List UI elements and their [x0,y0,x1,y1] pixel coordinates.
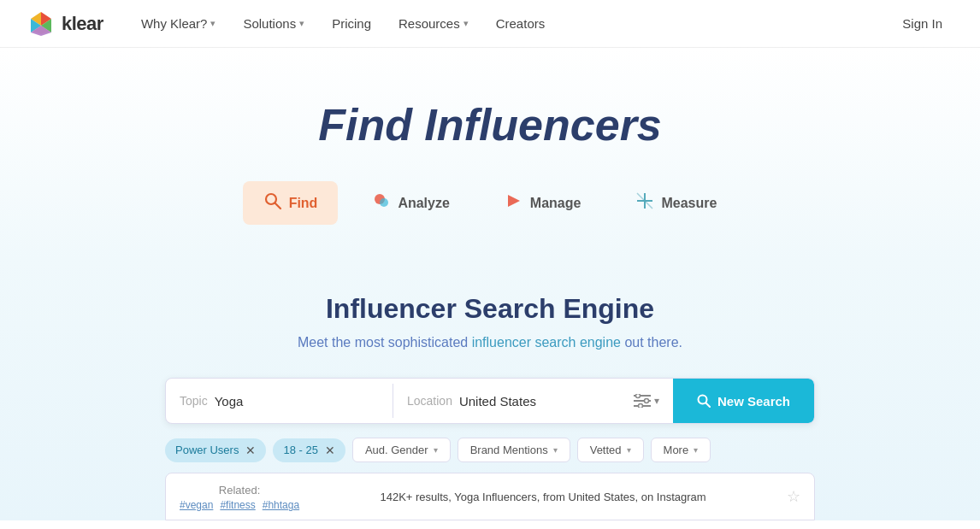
filter-row: Power Users ✕ 18 - 25 ✕ Aud. Gender ▾ Br… [165,438,815,462]
chip-power-users-label: Power Users [175,444,239,456]
highlighted-text: influencer search engine [472,335,621,350]
chip-age-range-remove[interactable]: ✕ [325,444,335,457]
new-search-label: New Search [717,394,790,409]
filter-more-label: More [664,444,689,456]
tab-measure[interactable]: Measure [615,181,737,225]
tab-analyze[interactable]: Analyze [351,181,469,225]
new-search-button[interactable]: New Search [673,379,814,423]
svg-point-9 [380,198,388,207]
filter-brand-mentions-label: Brand Mentions [470,444,548,456]
logo-text: klear [62,13,103,35]
related-tags: #vegan #fitness #hhtaga [180,499,299,511]
tab-find[interactable]: Find [243,181,339,225]
sign-in-link[interactable]: Sign In [892,9,953,38]
filter-brand-mentions[interactable]: Brand Mentions ▾ [458,438,570,462]
nav-links: Why Klear? ▾ Solutions ▾ Pricing Resourc… [131,9,892,38]
chevron-down-icon: ▾ [694,445,698,455]
hero-section: Find Influencers Find Analyze [0,48,980,259]
chevron-down-icon: ▾ [553,445,558,455]
related-tag-fitness[interactable]: #fitness [220,499,255,511]
klear-logo-icon [27,10,55,38]
chip-power-users[interactable]: Power Users ✕ [165,438,266,462]
svg-line-13 [637,193,645,201]
tab-manage[interactable]: Manage [484,181,602,225]
filter-aud-gender[interactable]: Aud. Gender ▾ [352,438,451,462]
nav-why-klear[interactable]: Why Klear? ▾ [131,9,227,38]
topic-value: Yoga [215,394,244,409]
tab-manage-label: Manage [530,196,582,211]
topic-label: Topic [180,394,208,408]
svg-line-22 [705,403,710,408]
nav-resources[interactable]: Resources ▾ [388,9,479,38]
filter-vetted-label: Vetted [590,444,622,456]
svg-point-18 [635,394,640,398]
chevron-down-icon: ▾ [654,395,659,407]
svg-point-19 [644,399,648,403]
navbar: klear Why Klear? ▾ Solutions ▾ Pricing R… [0,0,980,48]
results-related: Related: #vegan #fitness #hhtaga [180,482,299,511]
related-tag-hashtag[interactable]: #hhtaga [263,499,299,511]
chevron-down-icon: ▾ [299,18,304,29]
results-count: 142K+ results, Yoga Influencers, from Un… [380,491,705,503]
svg-point-20 [638,404,642,409]
chip-power-users-remove[interactable]: ✕ [245,444,256,457]
search-section: Influencer Search Engine Meet the most s… [0,259,980,520]
svg-line-14 [645,201,652,209]
nav-solutions[interactable]: Solutions ▾ [233,9,315,38]
search-icon [697,394,711,408]
nav-pricing[interactable]: Pricing [322,9,381,38]
search-bar: Topic Yoga Location United States ▾ [165,378,815,424]
filter-toggle-button[interactable]: ▾ [620,379,673,423]
manage-icon [505,191,523,215]
bookmark-icon[interactable]: ☆ [787,487,800,506]
chevron-down-icon: ▾ [434,445,438,455]
filter-vetted[interactable]: Vetted ▾ [577,438,644,462]
location-value: United States [459,394,536,409]
analyze-icon [372,191,391,215]
svg-line-7 [275,203,280,209]
logo[interactable]: klear [27,10,103,38]
search-engine-title: Influencer Search Engine [17,293,963,325]
measure-icon [635,191,654,215]
related-label: Related: [219,484,260,497]
find-icon [263,191,282,215]
search-engine-subtitle: Meet the most sophisticated influencer s… [17,335,963,350]
topic-field[interactable]: Topic Yoga [166,379,393,423]
tab-find-label: Find [289,196,318,211]
chip-age-range-label: 18 - 25 [283,444,317,456]
chevron-down-icon: ▾ [463,18,469,29]
tab-measure-label: Measure [661,196,717,211]
filter-aud-gender-label: Aud. Gender [365,444,428,456]
nav-creators[interactable]: Creators [486,9,556,38]
results-row: Related: #vegan #fitness #hhtaga 142K+ r… [165,473,815,520]
tab-analyze-label: Analyze [398,196,449,211]
filter-icon [634,394,651,408]
filter-more[interactable]: More ▾ [651,438,711,462]
chevron-down-icon: ▾ [627,445,631,455]
svg-marker-10 [508,195,520,207]
related-tag-vegan[interactable]: #vegan [180,499,213,511]
chevron-down-icon: ▾ [210,18,215,29]
chip-age-range[interactable]: 18 - 25 ✕ [273,438,345,462]
location-label: Location [407,394,452,408]
location-field[interactable]: Location United States [393,379,620,423]
hero-title: Find Influencers [17,99,963,150]
feature-tabs: Find Analyze Manage [17,181,963,225]
